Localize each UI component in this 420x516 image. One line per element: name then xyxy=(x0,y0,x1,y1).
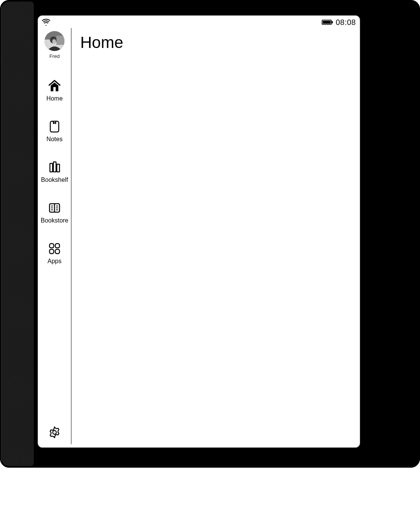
nav: Home Notes xyxy=(38,79,71,265)
nav-item-label: Notes xyxy=(46,136,63,143)
page-title: Home xyxy=(80,33,354,52)
notebook-icon xyxy=(48,120,61,134)
bookshelf-icon xyxy=(48,160,61,174)
device-cover xyxy=(2,2,34,466)
svg-point-26 xyxy=(53,430,56,434)
avatar[interactable] xyxy=(45,31,64,51)
gear-icon xyxy=(48,426,61,440)
wifi-icon xyxy=(42,19,50,26)
svg-rect-24 xyxy=(50,249,54,254)
svg-point-7 xyxy=(52,39,56,44)
svg-rect-2 xyxy=(332,21,333,23)
screen: 08:08 xyxy=(38,15,360,448)
nav-item-label: Apps xyxy=(48,258,61,265)
svg-rect-11 xyxy=(50,163,53,172)
settings-button[interactable] xyxy=(38,426,71,440)
device-frame: 08:08 xyxy=(0,0,420,516)
clock: 08:08 xyxy=(336,18,356,27)
svg-rect-13 xyxy=(57,164,60,172)
status-bar: 08:08 xyxy=(42,17,356,27)
svg-rect-1 xyxy=(323,21,331,24)
svg-rect-12 xyxy=(53,162,56,172)
svg-rect-23 xyxy=(55,244,60,248)
apps-icon xyxy=(48,242,61,256)
nav-item-home[interactable]: Home xyxy=(38,79,71,102)
nav-item-label: Bookstore xyxy=(41,217,68,224)
svg-rect-25 xyxy=(55,249,60,254)
user-name: Fred xyxy=(50,53,60,59)
nav-item-notes[interactable]: Notes xyxy=(38,120,71,143)
sidebar: Fred Home xyxy=(38,28,71,444)
nav-item-apps[interactable]: Apps xyxy=(38,242,71,265)
sidebar-divider xyxy=(71,28,71,444)
svg-rect-22 xyxy=(50,244,54,248)
nav-item-bookshelf[interactable]: Bookshelf xyxy=(38,160,71,183)
svg-rect-8 xyxy=(56,36,64,45)
nav-item-bookstore[interactable]: Bookstore xyxy=(38,201,71,224)
tablet-body: 08:08 xyxy=(0,0,420,468)
home-icon xyxy=(48,79,61,93)
bookstore-icon xyxy=(48,201,61,215)
main-content: Home xyxy=(80,33,354,52)
nav-item-label: Bookshelf xyxy=(41,176,68,183)
svg-rect-9 xyxy=(53,87,56,91)
battery-icon xyxy=(322,19,333,25)
nav-item-label: Home xyxy=(46,95,63,102)
